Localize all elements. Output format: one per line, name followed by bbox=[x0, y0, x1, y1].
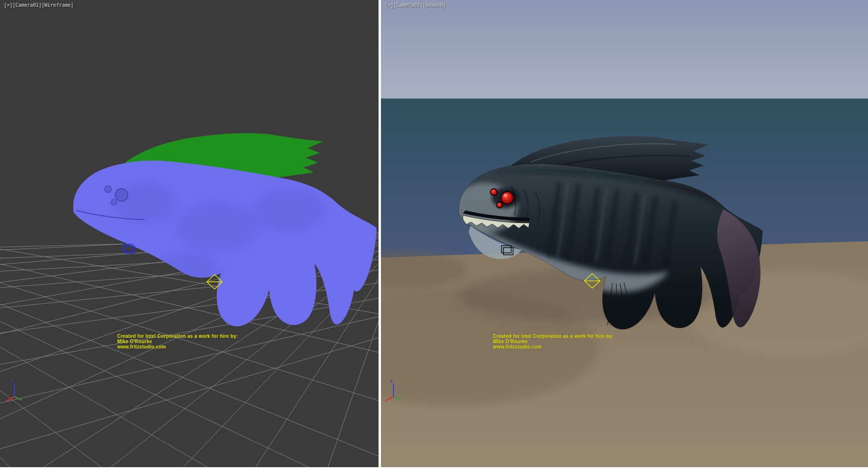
fish-eye-wire bbox=[115, 189, 128, 201]
watermark-line2: Mike O'Rourke bbox=[493, 339, 613, 344]
dual-viewport-canvas: z [+][Camera01][Wireframe] Created for I… bbox=[0, 0, 868, 472]
sky-background bbox=[381, 0, 868, 99]
viewport-label-left: [+][Camera01][Wireframe] bbox=[4, 2, 74, 8]
fish-eye-wire-small2 bbox=[111, 199, 117, 205]
viewport-shaded[interactable]: z [+][Camera01][Shaded] Created for Inte… bbox=[381, 0, 868, 467]
viewport-wireframe[interactable]: z [+][Camera01][Wireframe] Created for I… bbox=[0, 0, 379, 467]
fish-eye-red-small2 bbox=[497, 202, 502, 208]
world-axis-tripod: z bbox=[6, 378, 22, 401]
watermark-line1: Created for Intel Corporation as a work … bbox=[493, 333, 613, 339]
wireframe-scene: z bbox=[0, 0, 379, 467]
box-helper-gizmo[interactable] bbox=[123, 244, 135, 253]
axis-z-label: z bbox=[11, 378, 14, 383]
viewport-menu-pov[interactable]: [Camera01] bbox=[13, 2, 41, 8]
watermark-line3: www.fritzstudio.com bbox=[493, 344, 613, 349]
fish-eye-red-small bbox=[490, 189, 497, 195]
fish-model-wireframe[interactable] bbox=[73, 161, 377, 326]
viewport-menu-pov[interactable]: [Camera01] bbox=[393, 2, 422, 8]
watermark-text: Created for Intel Corporation as a work … bbox=[117, 333, 238, 349]
watermark-line1: Created for Intel Corporation as a work … bbox=[117, 333, 238, 339]
watermark-line3: www.fritzstudio.com bbox=[117, 344, 238, 349]
watermark-line2: Mike O'Rourke bbox=[117, 339, 238, 344]
viewport-menu-shading[interactable]: [Wireframe] bbox=[41, 2, 73, 8]
shaded-scene: z bbox=[381, 0, 868, 467]
fish-eye-wire-small bbox=[105, 186, 111, 193]
viewport-label-right: [+][Camera01][Shaded] bbox=[385, 2, 446, 8]
viewport-menu-general[interactable]: [+] bbox=[385, 2, 393, 8]
watermark-text: Created for Intel Corporation as a work … bbox=[493, 333, 613, 349]
axis-z-label: z bbox=[390, 378, 393, 383]
viewport-menu-shading[interactable]: [Shaded] bbox=[422, 2, 446, 8]
viewport-menu-general[interactable]: [+] bbox=[4, 2, 13, 8]
fish-eye-red bbox=[501, 192, 514, 204]
